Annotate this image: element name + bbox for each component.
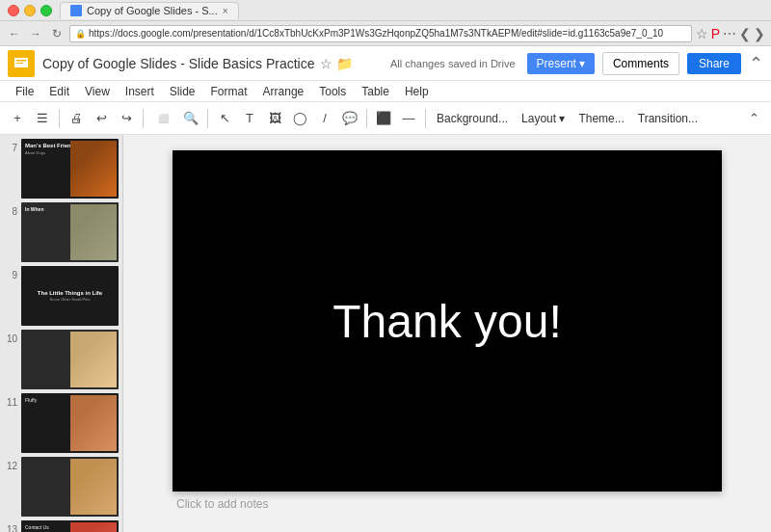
nav-extra-icon[interactable]: ❯ (754, 26, 765, 41)
shape-button[interactable]: ◯ (288, 107, 311, 130)
slide-thumb-11[interactable]: Fluffy (21, 393, 119, 453)
transition-button[interactable]: Transition... (632, 109, 704, 128)
refresh-button[interactable]: ↻ (48, 25, 66, 42)
slide-thumb-10[interactable] (21, 330, 119, 389)
url-input[interactable]: 🔒 https://docs.google.com/presentation/d… (69, 25, 692, 42)
list-item: 8 In When (4, 202, 119, 262)
slide-main-text: Thank you! (332, 295, 561, 348)
maximize-window-button[interactable] (40, 5, 52, 16)
svg-rect-2 (16, 60, 26, 62)
tab-close-button[interactable]: × (223, 6, 228, 16)
undo-button[interactable]: ↩ (90, 107, 113, 130)
present-button[interactable]: Present ▾ (527, 53, 595, 74)
notes-placeholder: Click to add notes (176, 497, 268, 511)
separator-1 (59, 109, 60, 128)
doc-icons: ☆ 📁 (320, 56, 353, 71)
present-label: Present (537, 57, 576, 70)
menu-arrange[interactable]: Arrange (255, 83, 312, 100)
tab-title: Copy of Google Slides - S... (87, 5, 218, 16)
image-button[interactable]: 🖼 (263, 107, 286, 130)
text-button[interactable]: T (238, 107, 261, 130)
list-item: 13 Contact Us (4, 520, 119, 532)
share-button[interactable]: Share (687, 53, 741, 74)
zoom-button[interactable]: 🔍 (179, 107, 202, 130)
close-window-button[interactable] (8, 5, 19, 16)
address-icons: ☆ P ⋯ ❮ ❯ (696, 26, 765, 41)
star-icon[interactable]: ☆ (320, 56, 332, 71)
slide-number-10: 10 (4, 333, 17, 344)
line-button[interactable]: / (313, 107, 336, 130)
ssl-lock-icon: 🔒 (75, 29, 86, 39)
menu-slide[interactable]: Slide (162, 83, 203, 100)
menu-edit[interactable]: Edit (41, 83, 77, 100)
box-button[interactable]: ⬛ (372, 107, 395, 130)
add-button[interactable]: + (6, 107, 29, 130)
bookmark-icon[interactable]: ☆ (696, 26, 708, 41)
separator-3 (207, 109, 208, 128)
thumb-11-text: Fluffy (25, 397, 37, 404)
forward-button[interactable]: → (27, 25, 44, 42)
main-area: 7 Man's Best Friend About Dogs 8 In When (0, 135, 771, 532)
traffic-lights (8, 5, 52, 16)
autosave-status: All changes saved in Drive (390, 58, 516, 69)
slide-number-8: 8 (4, 206, 17, 217)
redo-button[interactable]: ↪ (115, 107, 138, 130)
slide-thumb-9[interactable]: The Little Things in Life Some Other Sma… (21, 266, 119, 326)
doc-title: Copy of Google Slides - Slide Basics Pra… (42, 56, 314, 71)
tab-favicon (70, 5, 82, 16)
thumb-10-image (70, 332, 118, 387)
list-item: 7 Man's Best Friend About Dogs (4, 139, 119, 199)
nav-back-icon[interactable]: ❮ (739, 26, 751, 41)
chevron-up-icon[interactable]: ⌃ (749, 53, 763, 74)
menu-insert[interactable]: Insert (118, 83, 162, 100)
slide-thumb-7[interactable]: Man's Best Friend About Dogs (21, 139, 119, 199)
nav-forward-icon[interactable]: ⋯ (723, 26, 736, 41)
pinterest-icon[interactable]: P (711, 26, 720, 41)
slide-canvas[interactable]: Thank you! (173, 150, 722, 492)
comment-button[interactable]: 💬 (338, 107, 361, 130)
slide-number-13: 13 (4, 524, 17, 532)
zoom-fit-button[interactable]: ⬜ (148, 107, 177, 130)
menu-table[interactable]: Table (354, 83, 397, 100)
slide-number-12: 12 (4, 461, 17, 471)
menu-tools[interactable]: Tools (311, 83, 354, 100)
slide-panel: 7 Man's Best Friend About Dogs 8 In When (0, 135, 123, 532)
browser-titlebar: Copy of Google Slides - S... × (0, 0, 771, 21)
toolbar: + ☰ 🖨 ↩ ↪ ⬜ 🔍 ↖ T 🖼 ◯ / 💬 ⬛ — Background… (0, 102, 771, 135)
slide-number-9: 9 (4, 270, 17, 280)
minus-button[interactable]: — (397, 107, 420, 130)
menu-help[interactable]: Help (397, 83, 437, 100)
thumb-8-image (70, 204, 118, 260)
browser-tab[interactable]: Copy of Google Slides - S... × (60, 2, 239, 19)
present-dropdown-icon[interactable]: ▾ (579, 57, 585, 70)
collapse-toolbar-button[interactable]: ⌃ (742, 107, 765, 130)
cursor-button[interactable]: ↖ (213, 107, 236, 130)
slide-number-7: 7 (4, 143, 17, 153)
canvas-area: Thank you! Click to add notes (123, 135, 771, 532)
menu-file[interactable]: File (8, 83, 41, 100)
thumb-8-text: In When (25, 206, 43, 213)
minimize-window-button[interactable] (24, 5, 36, 16)
comments-button[interactable]: Comments (602, 52, 679, 75)
layout-button[interactable]: Layout ▾ (516, 109, 571, 128)
background-button[interactable]: Background... (431, 109, 514, 128)
notes-area[interactable]: Click to add notes (173, 492, 722, 517)
slide-thumb-13[interactable]: Contact Us (21, 520, 119, 532)
slide-thumb-12[interactable] (21, 457, 119, 517)
slide-thumb-8[interactable]: In When (21, 202, 119, 262)
separator-4 (366, 109, 367, 128)
svg-rect-3 (16, 63, 23, 64)
menu-view[interactable]: View (77, 83, 118, 100)
print-button[interactable]: 🖨 (65, 107, 88, 130)
menu-icon[interactable]: ☰ (31, 107, 54, 130)
menu-format[interactable]: Format (203, 83, 255, 100)
thumb-11-image (70, 395, 118, 451)
back-button[interactable]: ← (6, 25, 23, 42)
theme-button[interactable]: Theme... (572, 109, 629, 128)
url-text: https://docs.google.com/presentation/d/1… (89, 28, 663, 39)
slide-number-11: 11 (4, 397, 17, 408)
list-item: 10 (4, 330, 119, 389)
separator-2 (143, 109, 144, 128)
folder-icon[interactable]: 📁 (336, 56, 353, 71)
slides-logo (8, 50, 35, 77)
